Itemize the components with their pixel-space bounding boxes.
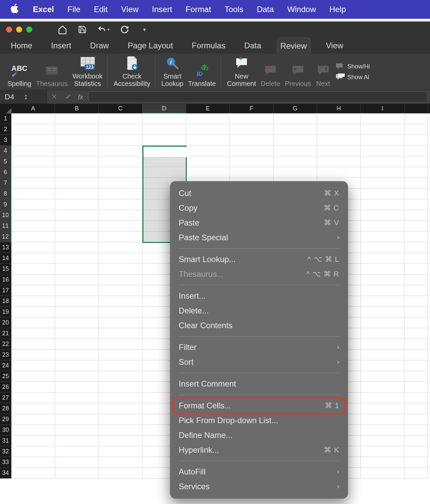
- ctx-hyperlink[interactable]: Hyperlink...⌘ K: [170, 443, 348, 457]
- cell[interactable]: [11, 317, 55, 328]
- thesaurus-button[interactable]: Thesaurus: [36, 55, 68, 89]
- cell[interactable]: [11, 242, 55, 253]
- row-header-26[interactable]: 26: [0, 382, 11, 393]
- cell[interactable]: [11, 156, 55, 167]
- cell[interactable]: [55, 221, 99, 232]
- cell[interactable]: [361, 178, 404, 189]
- cell[interactable]: [99, 360, 142, 371]
- cell[interactable]: [317, 156, 361, 167]
- cell[interactable]: [404, 468, 428, 478]
- close-window-button[interactable]: [6, 27, 12, 33]
- cell[interactable]: [361, 199, 404, 210]
- cell[interactable]: [99, 135, 142, 146]
- cell[interactable]: [186, 167, 230, 178]
- cell[interactable]: [11, 221, 55, 232]
- formula-input[interactable]: [89, 92, 427, 102]
- row-header-5[interactable]: 5: [0, 156, 11, 167]
- cell[interactable]: [404, 146, 428, 156]
- cell[interactable]: [404, 242, 428, 253]
- cell[interactable]: [11, 468, 55, 478]
- cell[interactable]: [55, 307, 99, 317]
- repeat-icon[interactable]: [120, 25, 129, 34]
- row-header-17[interactable]: 17: [0, 285, 11, 296]
- cell[interactable]: [404, 350, 428, 360]
- cell[interactable]: [404, 382, 428, 393]
- cell[interactable]: [11, 371, 55, 382]
- row-header-28[interactable]: 28: [0, 403, 11, 414]
- ctx-sort[interactable]: Sort›: [170, 355, 348, 369]
- cell[interactable]: [55, 339, 99, 350]
- cell[interactable]: [404, 113, 428, 124]
- cell[interactable]: [361, 446, 404, 457]
- cell[interactable]: [317, 146, 361, 156]
- row-header-29[interactable]: 29: [0, 414, 11, 425]
- show-all-comments-button[interactable]: Show Al: [335, 73, 370, 81]
- cell[interactable]: [99, 199, 142, 210]
- cell[interactable]: [361, 167, 404, 178]
- cell[interactable]: [404, 156, 428, 167]
- row-header-30[interactable]: 30: [0, 425, 11, 436]
- ctx-services[interactable]: Services›: [170, 479, 348, 494]
- cell[interactable]: [361, 242, 404, 253]
- column-header-F[interactable]: F: [230, 104, 273, 113]
- cell[interactable]: [99, 382, 142, 393]
- cell[interactable]: [404, 285, 428, 296]
- name-box[interactable]: D4 ▲▼: [0, 90, 47, 104]
- menu-help[interactable]: Help: [329, 5, 346, 14]
- cell[interactable]: [142, 167, 186, 178]
- new-comment-button[interactable]: + New Comment: [227, 55, 256, 89]
- row-header-19[interactable]: 19: [0, 307, 11, 317]
- cell[interactable]: [361, 371, 404, 382]
- cell[interactable]: [99, 146, 142, 156]
- cell[interactable]: [361, 232, 404, 242]
- cell[interactable]: [361, 393, 404, 403]
- column-header-C[interactable]: C: [99, 104, 142, 113]
- cell[interactable]: [404, 210, 428, 221]
- cell[interactable]: [361, 317, 404, 328]
- cell[interactable]: [11, 135, 55, 146]
- ctx-smart-lookup[interactable]: Smart Lookup...^ ⌥ ⌘ L: [170, 252, 348, 267]
- cell[interactable]: [361, 328, 404, 339]
- cell[interactable]: [55, 468, 99, 478]
- row-header-24[interactable]: 24: [0, 360, 11, 371]
- cell[interactable]: [99, 210, 142, 221]
- cell[interactable]: [55, 317, 99, 328]
- cell[interactable]: [230, 113, 273, 124]
- menu-insert[interactable]: Insert: [152, 5, 172, 14]
- cell[interactable]: [99, 425, 142, 436]
- cell[interactable]: [404, 274, 428, 285]
- cell[interactable]: [55, 124, 99, 135]
- cell[interactable]: [317, 124, 361, 135]
- cancel-formula-icon[interactable]: ✕: [47, 93, 61, 101]
- cell[interactable]: [11, 307, 55, 317]
- cell[interactable]: [11, 393, 55, 403]
- cell[interactable]: [55, 285, 99, 296]
- name-box-stepper-icon[interactable]: ▲▼: [24, 94, 28, 100]
- cell[interactable]: [361, 414, 404, 425]
- ctx-insert[interactable]: Insert...: [170, 289, 348, 303]
- home-icon[interactable]: [58, 25, 67, 34]
- ctx-paste[interactable]: Paste⌘ V: [170, 215, 348, 230]
- save-icon[interactable]: [78, 25, 87, 34]
- cell[interactable]: [404, 339, 428, 350]
- cell[interactable]: [55, 274, 99, 285]
- row-header-1[interactable]: 1: [0, 113, 11, 124]
- cell[interactable]: [317, 167, 361, 178]
- cell[interactable]: [361, 307, 404, 317]
- cell[interactable]: [404, 253, 428, 264]
- row-header-15[interactable]: 15: [0, 264, 11, 274]
- cell[interactable]: [99, 457, 142, 468]
- minimize-window-button[interactable]: [16, 27, 22, 33]
- row-header-6[interactable]: 6: [0, 167, 11, 178]
- cell[interactable]: [55, 113, 99, 124]
- menu-file[interactable]: File: [68, 5, 81, 14]
- cell[interactable]: [11, 199, 55, 210]
- cell[interactable]: [99, 274, 142, 285]
- cell[interactable]: [11, 339, 55, 350]
- menu-format[interactable]: Format: [185, 5, 211, 14]
- cell[interactable]: [361, 436, 404, 446]
- cell[interactable]: [230, 156, 273, 167]
- cell[interactable]: [361, 350, 404, 360]
- cell[interactable]: [361, 403, 404, 414]
- cell[interactable]: [230, 124, 273, 135]
